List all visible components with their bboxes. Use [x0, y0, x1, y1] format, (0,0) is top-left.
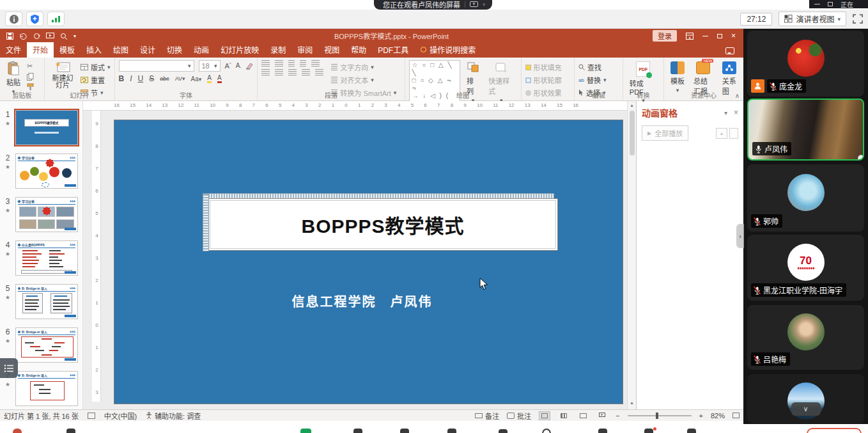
- settings-control-icon[interactable]: [687, 429, 696, 433]
- columns-icon[interactable]: [315, 69, 323, 75]
- thumbnail-row[interactable]: 4★ 什么是BOPPPSAAA: [0, 240, 79, 276]
- redo-icon[interactable]: [33, 33, 40, 40]
- decrease-indent-icon[interactable]: [288, 60, 295, 67]
- shape-fill-button[interactable]: 形状填充: [525, 62, 562, 72]
- camera-control-icon[interactable]: [66, 429, 75, 433]
- leave-meeting-button[interactable]: [807, 428, 862, 433]
- slide-canvas[interactable]: BOPPPS教学模式 信息工程学院 卢凤伟: [114, 120, 623, 404]
- tab-slideshow[interactable]: 幻灯片放映: [215, 42, 265, 58]
- bold-button[interactable]: B: [119, 74, 125, 83]
- annotation-toolbar-collapsed[interactable]: [0, 358, 18, 378]
- highlight-color-button[interactable]: A: [207, 74, 212, 83]
- slide-sorter-view-button[interactable]: [558, 411, 570, 420]
- normal-view-button[interactable]: [539, 411, 550, 420]
- play-all-button[interactable]: ▶ 全部播放: [642, 125, 688, 141]
- tab-file[interactable]: 文件: [0, 42, 27, 58]
- zoom-level[interactable]: 82%: [711, 412, 725, 420]
- thumbnail-slide-7[interactable]: B: Bridge-in 导入AAA: [15, 371, 78, 406]
- chat-control-icon[interactable]: [400, 429, 409, 433]
- accessibility-status[interactable]: 辅助功能: 调查: [146, 411, 201, 421]
- slide-title[interactable]: BOPPPS教学模式: [301, 210, 464, 239]
- replace-button[interactable]: ab替换▾: [578, 75, 606, 85]
- presenter-view-button[interactable]: 演讲者视图 ▾: [779, 12, 846, 26]
- thumbnail-slide-3[interactable]: 学习分享AAA: [15, 197, 78, 232]
- slide-subtitle[interactable]: 信息工程学院 卢凤伟: [114, 292, 610, 310]
- font-size-box[interactable]: 18▾: [199, 60, 221, 72]
- cut-icon[interactable]: ✂: [27, 62, 34, 70]
- tab-home[interactable]: 开始: [27, 42, 54, 58]
- move-earlier-button[interactable]: ▴: [716, 128, 727, 139]
- char-spacing-button[interactable]: AV▾: [175, 75, 185, 82]
- participant-tile-1[interactable]: 庞金龙: [747, 31, 864, 97]
- theme-icon[interactable]: [88, 413, 95, 419]
- participant-tile-3[interactable]: 郭帅: [747, 164, 864, 232]
- start-slideshow-icon[interactable]: [46, 33, 54, 40]
- italic-button[interactable]: I: [130, 74, 132, 83]
- vertical-scrollbar[interactable]: ▴ ▴: [627, 101, 636, 409]
- templates-button[interactable]: 模板 ▾: [668, 60, 687, 95]
- language-label[interactable]: 中文(中国): [104, 411, 137, 421]
- move-later-button[interactable]: [729, 128, 738, 139]
- tab-template[interactable]: 模板: [54, 42, 81, 58]
- thumbnail-row[interactable]: 1★ BOPPPS教学模式: [0, 110, 79, 145]
- font-name-box[interactable]: ▾: [119, 60, 194, 72]
- thumbnail-row[interactable]: 3★ 学习分享AAA: [0, 197, 79, 232]
- close-pane-icon[interactable]: ×: [734, 108, 738, 117]
- tell-me-search[interactable]: 操作说明搜索: [414, 42, 482, 58]
- share-screen-control-icon[interactable]: [300, 429, 311, 433]
- justify-icon[interactable]: [302, 69, 310, 75]
- notes-button[interactable]: 备注: [475, 411, 499, 421]
- collapse-ribbon-icon[interactable]: ∧: [735, 92, 740, 99]
- shrink-font-button[interactable]: Aˇ: [236, 62, 242, 70]
- reset-button[interactable]: 重置: [81, 75, 111, 85]
- shape-outline-button[interactable]: 形状轮廓: [525, 75, 562, 85]
- sidebar-collapse-handle[interactable]: ›: [736, 224, 744, 248]
- comments-button[interactable]: 批注: [507, 411, 531, 421]
- tab-design[interactable]: 设计: [134, 42, 161, 58]
- record-control-icon[interactable]: [542, 429, 551, 433]
- sign-in-button[interactable]: 登录: [653, 30, 677, 42]
- zoom-slider-thumb[interactable]: [656, 413, 658, 419]
- line-spacing-icon[interactable]: [311, 60, 320, 67]
- restore-icon[interactable]: [717, 34, 722, 38]
- thumbnail-slide-4[interactable]: 什么是BOPPPSAAA: [15, 240, 78, 276]
- member-control-icon[interactable]: [353, 429, 362, 433]
- undo-icon[interactable]: [19, 33, 27, 40]
- text-direction-button[interactable]: 文字方向▾: [331, 62, 396, 72]
- tab-pdf-tools[interactable]: PDF工具: [372, 42, 414, 58]
- tab-insert[interactable]: 插入: [81, 42, 107, 58]
- thumbnail-row[interactable]: 2★ 学习分享AAA: [0, 154, 79, 189]
- fit-slide-icon[interactable]: [732, 413, 740, 418]
- tab-view[interactable]: 视图: [318, 42, 345, 58]
- clear-format-icon[interactable]: [245, 63, 253, 70]
- close-icon[interactable]: ×: [731, 31, 736, 40]
- tab-record[interactable]: 录制: [265, 42, 291, 58]
- thumbnail-row[interactable]: 5★ B: Bridge-in 导入AAA: [0, 284, 79, 319]
- align-text-button[interactable]: 对齐文本▾: [331, 75, 396, 85]
- scrollbar-thumb[interactable]: [630, 111, 635, 155]
- control-icon[interactable]: [447, 429, 456, 433]
- preview-icon[interactable]: [60, 33, 68, 40]
- tab-draw[interactable]: 绘图: [107, 42, 134, 58]
- thumbnail-row[interactable]: 6★ B: Bridge-in 导入AAA: [0, 327, 79, 363]
- layout-button[interactable]: 版式▾: [81, 62, 111, 72]
- ribbon-display-icon[interactable]: [686, 33, 694, 40]
- pane-options-icon[interactable]: ▾: [724, 109, 727, 116]
- network-button[interactable]: [47, 12, 65, 26]
- strikethrough-button[interactable]: S: [149, 74, 154, 83]
- mic-control-icon[interactable]: [13, 429, 22, 433]
- underline-button[interactable]: U: [138, 74, 144, 83]
- font-color-button[interactable]: A: [217, 74, 222, 83]
- control-icon[interactable]: [499, 429, 508, 433]
- zoom-in-button[interactable]: +: [699, 412, 703, 420]
- comments-icon[interactable]: [725, 47, 734, 54]
- restore-icon[interactable]: [828, 2, 833, 6]
- qat-more-icon[interactable]: ▾: [74, 33, 76, 39]
- slideshow-view-button[interactable]: [596, 411, 608, 420]
- scroll-up-icon[interactable]: ▴: [630, 102, 633, 108]
- participant-tile-2-active-speaker[interactable]: 卢凤伟: [747, 98, 864, 161]
- chevron-down-icon[interactable]: ▾: [483, 1, 486, 8]
- share-screen-icon[interactable]: [470, 1, 478, 8]
- thumbnail-slide-1[interactable]: BOPPPS教学模式: [15, 110, 78, 145]
- thumbnail-slide-6[interactable]: B: Bridge-in 导入AAA: [15, 327, 78, 363]
